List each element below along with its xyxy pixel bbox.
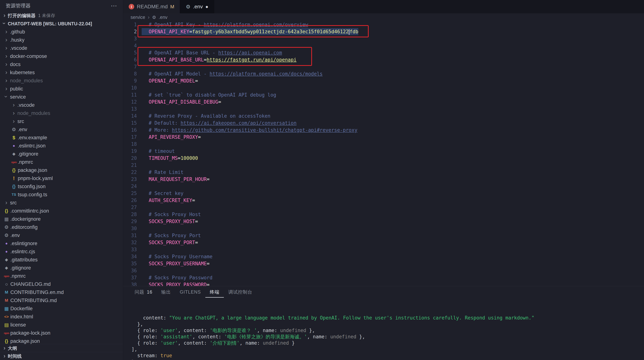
more-actions-icon[interactable]: ⋯ xyxy=(111,2,118,9)
tab-.env[interactable]: .env● xyxy=(180,0,214,13)
code-line-4[interactable]: 4 xyxy=(123,42,644,49)
folder-kubernetes[interactable]: ›kubernetes xyxy=(0,68,123,77)
file-.gitattributes[interactable]: .gitattributes xyxy=(0,256,123,264)
file-index.html[interactable]: index.html xyxy=(0,313,123,321)
file-.eslintrc.cjs[interactable]: .eslintrc.cjs xyxy=(0,248,123,256)
code-line-25[interactable]: 25# Secret key xyxy=(123,190,644,197)
code-line-26[interactable]: 26AUTH_SECRET_KEY= xyxy=(123,197,644,204)
breadcrumb-item-service[interactable]: service xyxy=(130,14,145,20)
file-CONTRIBUTING.md[interactable]: CONTRIBUTING.md xyxy=(0,296,123,305)
code-line-6[interactable]: 6OPENAI_API_BASE_URL=https://fastgpt.run… xyxy=(123,56,644,63)
code-line-2[interactable]: 2OPENAI_API_KEY=fastgpt-y6b3axfbdd5wyp01… xyxy=(123,28,644,35)
code-line-14[interactable]: 14# Reverse Proxy - Available on accessT… xyxy=(123,112,644,119)
file-package-lock.json[interactable]: package-lock.json xyxy=(0,329,123,337)
project-root-section[interactable]: › CHATGPT-WEB [WSL: UBUNTU-22.04] xyxy=(0,19,123,28)
code-line-30[interactable]: 30 xyxy=(123,225,644,232)
code-line-10[interactable]: 10 xyxy=(123,84,644,91)
code-line-12[interactable]: 12OPENAI_API_DISABLE_DEBUG= xyxy=(123,98,644,105)
code-token: = xyxy=(207,176,210,182)
code-line-1[interactable]: 1# OpenAI API Key - https://platform.ope… xyxy=(123,21,644,28)
panel-tab-label: 终端 xyxy=(210,289,220,295)
file-package.json[interactable]: package.json xyxy=(0,166,123,174)
code-editor[interactable]: 1# OpenAI API Key - https://platform.ope… xyxy=(123,21,644,286)
code-line-37[interactable]: 37# Socks Proxy Password xyxy=(123,274,644,281)
tab-README.md[interactable]: README.mdM xyxy=(123,0,180,13)
panel-tab-调试控制台[interactable]: 调试控制台 xyxy=(224,286,257,298)
code-line-19[interactable]: 19# timeout xyxy=(123,148,644,155)
code-line-13[interactable]: 13 xyxy=(123,105,644,112)
file-.gitignore[interactable]: .gitignore xyxy=(0,264,123,272)
file-.eslintrc.json[interactable]: .eslintrc.json xyxy=(0,142,123,150)
code-line-9[interactable]: 9OPENAI_API_MODEL= xyxy=(123,77,644,84)
file-.editorconfig[interactable]: .editorconfig xyxy=(0,223,123,231)
panel-tab-终端[interactable]: 终端 xyxy=(205,286,224,298)
code-line-38[interactable]: 38SOCKS_PROXY_PASSWORD= xyxy=(123,281,644,286)
file-.gitignore[interactable]: .gitignore xyxy=(0,150,123,158)
folder-docker-compose[interactable]: ›docker-compose xyxy=(0,52,123,60)
folder-.husky[interactable]: ›.husky xyxy=(0,36,123,44)
file-tsup.config.ts[interactable]: tsup.config.ts xyxy=(0,191,123,199)
code-line-22[interactable]: 22# Rate Limit xyxy=(123,169,644,176)
code-line-16[interactable]: 16# More: https://github.com/transitive-… xyxy=(123,126,644,134)
folder-.vscode[interactable]: ›.vscode xyxy=(0,101,123,109)
folder-.github[interactable]: ›.github xyxy=(0,28,123,36)
code-line-20[interactable]: 20TIMEOUT_MS=100000 xyxy=(123,155,644,162)
code-line-15[interactable]: 15# Default: https://ai.fakeopen.com/api… xyxy=(123,119,644,126)
code-line-32[interactable]: 32SOCKS_PROXY_PORT= xyxy=(123,239,644,246)
folder-public[interactable]: ›public xyxy=(0,85,123,93)
terminal[interactable]: content: "You are ChatGPT, a large langu… xyxy=(123,298,644,360)
folder-node_modules[interactable]: ›node_modules xyxy=(0,77,123,85)
file-tsconfig.json[interactable]: tsconfig.json xyxy=(0,182,123,191)
code-line-18[interactable]: 18 xyxy=(123,141,644,148)
code-line-21[interactable]: 21 xyxy=(123,162,644,169)
timeline-section[interactable]: › 时间线 xyxy=(0,352,123,360)
code-line-31[interactable]: 31# Socks Proxy Port xyxy=(123,232,644,239)
outline-section[interactable]: › 大纲 xyxy=(0,344,123,352)
folder-src[interactable]: ›src xyxy=(0,117,123,125)
folder-.vscode[interactable]: ›.vscode xyxy=(0,44,123,52)
code-line-34[interactable]: 34# Socks Proxy Username xyxy=(123,253,644,260)
file-.env[interactable]: .env xyxy=(0,231,123,239)
code-text xyxy=(142,105,149,112)
file-.dockerignore[interactable]: .dockerignore xyxy=(0,215,123,223)
file-.commitlintrc.json[interactable]: .commitlintrc.json xyxy=(0,207,123,215)
terminal-token: stream: xyxy=(132,353,160,358)
code-line-17[interactable]: 17API_REVERSE_PROXY= xyxy=(123,134,644,141)
code-line-28[interactable]: 28# Socks Proxy Host xyxy=(123,211,644,218)
file-CHANGELOG.md[interactable]: CHANGELOG.md xyxy=(0,280,123,288)
folder-src[interactable]: ›src xyxy=(0,199,123,207)
code-line-5[interactable]: 5# OpenAI API Base URL - https://api.ope… xyxy=(123,49,644,56)
panel-tab-GITLENS[interactable]: GITLENS xyxy=(175,286,205,298)
code-line-29[interactable]: 29SOCKS_PROXY_HOST= xyxy=(123,218,644,225)
file-.env.example[interactable]: .env.example xyxy=(0,134,123,142)
code-line-24[interactable]: 24 xyxy=(123,183,644,190)
breadcrumb-item-env[interactable]: .env xyxy=(159,14,168,20)
code-line-11[interactable]: 11# set `true` to disable OpenAI API deb… xyxy=(123,91,644,98)
open-editors-section[interactable]: › 打开的编辑器 1 未保存 xyxy=(0,11,123,19)
code-line-36[interactable]: 36 xyxy=(123,267,644,274)
file-Dockerfile[interactable]: Dockerfile xyxy=(0,305,123,313)
code-line-35[interactable]: 35SOCKS_PROXY_USERNAME= xyxy=(123,260,644,267)
chevron-right-icon: › xyxy=(3,37,10,42)
folder-node_modules[interactable]: ›node_modules xyxy=(0,109,123,117)
file-.eslintignore[interactable]: .eslintignore xyxy=(0,239,123,248)
code-line-7[interactable]: 7 xyxy=(123,63,644,70)
file-CONTRIBUTING.en.md[interactable]: CONTRIBUTING.en.md xyxy=(0,288,123,296)
file-.npmrc[interactable]: .npmrc xyxy=(0,158,123,166)
code-line-33[interactable]: 33 xyxy=(123,246,644,253)
line-number: 27 xyxy=(123,204,142,211)
file-.npmrc[interactable]: .npmrc xyxy=(0,272,123,280)
code-line-3[interactable]: 3 xyxy=(123,35,644,42)
code-line-8[interactable]: 8# OpenAI API Model - https://platform.o… xyxy=(123,70,644,77)
file-.env[interactable]: .env xyxy=(0,125,123,134)
panel-tab-输出[interactable]: 输出 xyxy=(157,286,175,298)
file-package.json[interactable]: package.json xyxy=(0,337,123,344)
file-license[interactable]: license xyxy=(0,321,123,329)
folder-docs[interactable]: ›docs xyxy=(0,60,123,68)
panel-tab-问题[interactable]: 问题16 xyxy=(130,286,157,298)
file-pnpm-lock.yaml[interactable]: pnpm-lock.yaml xyxy=(0,174,123,182)
folder-service[interactable]: ›service xyxy=(0,93,123,101)
code-line-27[interactable]: 27 xyxy=(123,204,644,211)
npm-icon xyxy=(10,161,18,164)
code-line-23[interactable]: 23MAX_REQUEST_PER_HOUR= xyxy=(123,176,644,183)
